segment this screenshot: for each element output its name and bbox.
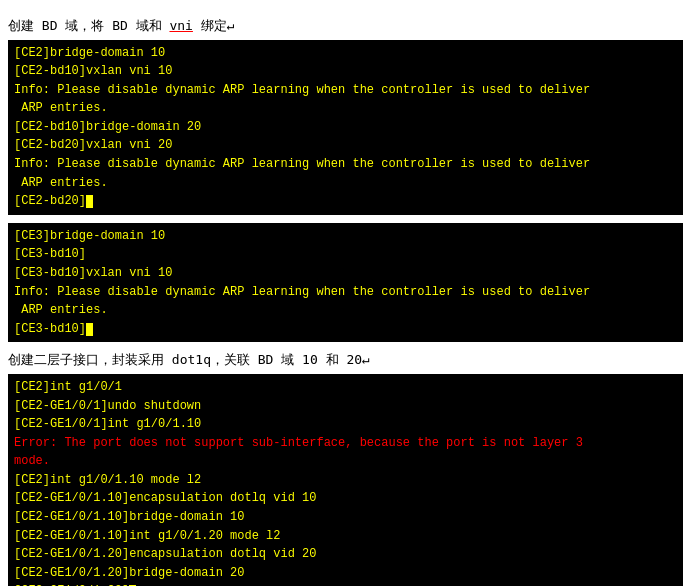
terminal-line-error: Error: The port does not support sub-int…	[14, 436, 583, 469]
page-content: 创建 BD 域，将 BD 域和 vni 绑定↵ [CE2]bridge-doma…	[8, 16, 683, 586]
terminal-line: [CE2]bridge-domain 10 [CE2-bd10]vxlan vn…	[14, 46, 590, 209]
terminal-line-normal: [CE2]int g1/0/1 [CE2-GE1/0/1]undo shutdo…	[14, 380, 201, 431]
section-2-heading-text: 创建二层子接口，封装采用 dot1q，关联 BD 域 10 和 20↵	[8, 352, 370, 367]
terminal-line: [CE3]bridge-domain 10 [CE3-bd10] [CE3-bd…	[14, 229, 590, 336]
terminal-line-normal-2: [CE2]int g1/0/1.10 mode l2 [CE2-GE1/0/1.…	[14, 473, 316, 586]
section-2-heading: 创建二层子接口，封装采用 dot1q，关联 BD 域 10 和 20↵	[8, 350, 683, 370]
cursor-2	[86, 323, 93, 336]
section-1-heading-underline: vni	[169, 18, 192, 33]
section-2: 创建二层子接口，封装采用 dot1q，关联 BD 域 10 和 20↵ [CE2…	[8, 350, 683, 586]
section-1-heading-prefix: 创建 BD 域，将 BD 域和	[8, 18, 169, 33]
section-1-heading: 创建 BD 域，将 BD 域和 vni 绑定↵	[8, 16, 683, 36]
section-1: 创建 BD 域，将 BD 域和 vni 绑定↵ [CE2]bridge-doma…	[8, 16, 683, 342]
section-1-heading-suffix: 绑定↵	[193, 18, 235, 33]
terminal-block-3: [CE2]int g1/0/1 [CE2-GE1/0/1]undo shutdo…	[8, 374, 683, 586]
terminal-block-2: [CE3]bridge-domain 10 [CE3-bd10] [CE3-bd…	[8, 223, 683, 343]
cursor-1	[86, 195, 93, 208]
terminal-block-1: [CE2]bridge-domain 10 [CE2-bd10]vxlan vn…	[8, 40, 683, 215]
